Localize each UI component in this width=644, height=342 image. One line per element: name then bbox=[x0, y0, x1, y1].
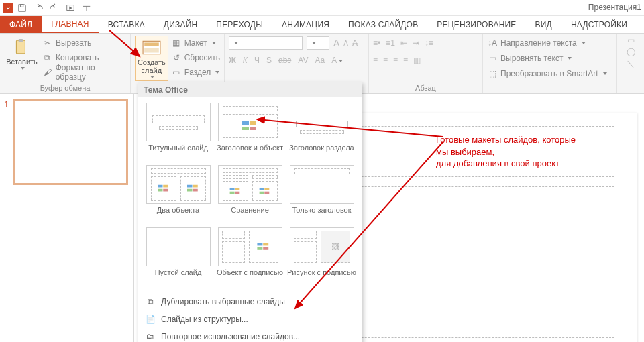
layout-picture-caption[interactable]: 🖼 Рисунок с подписью bbox=[287, 227, 356, 286]
app-icon: P bbox=[3, 3, 13, 13]
slide-thumbnail-1[interactable] bbox=[13, 99, 128, 185]
tab-view[interactable]: ВИД bbox=[526, 16, 561, 33]
smartart-icon: ⬚ bbox=[487, 68, 498, 79]
indent-dec-icon[interactable]: ⇤ bbox=[400, 38, 407, 48]
layout-blank[interactable]: Пустой слайд bbox=[144, 227, 213, 286]
new-slide-gallery: Тема Office Титульный слайд Заголовок и … bbox=[138, 82, 362, 342]
gallery-header: Тема Office bbox=[138, 82, 362, 97]
svg-rect-7 bbox=[144, 42, 159, 46]
outline-icon: 📄 bbox=[145, 314, 156, 325]
font-color-button[interactable]: A bbox=[331, 56, 343, 65]
shrink-font-icon[interactable]: A bbox=[343, 40, 348, 47]
slides-from-outline-cmd[interactable]: 📄Слайды из структуры... bbox=[138, 310, 362, 328]
section-button[interactable]: ▭Раздел bbox=[171, 65, 220, 80]
layout-two-content[interactable]: Два объекта bbox=[144, 165, 213, 223]
layout-content-caption[interactable]: Объект с подписью bbox=[215, 227, 284, 286]
new-slide-button[interactable]: Создать слайд bbox=[135, 36, 168, 81]
shape-line-icon[interactable]: ＼ bbox=[627, 58, 635, 70]
brush-icon: 🖌 bbox=[42, 67, 53, 78]
tab-file[interactable]: ФАЙЛ bbox=[0, 16, 42, 33]
save-icon[interactable] bbox=[16, 2, 28, 14]
group-paragraph: ≡• ≡1 ⇤ ⇥ ↕≡ ≡ ≡ ≡ ≡ ▥ Абзац bbox=[369, 34, 483, 93]
gallery-grid: Титульный слайд Заголовок и объект Загол… bbox=[138, 97, 362, 288]
layout-title-slide[interactable]: Титульный слайд bbox=[144, 103, 213, 161]
shape-oval-icon[interactable]: ◯ bbox=[627, 47, 635, 56]
document-title: Презентация1 bbox=[588, 3, 641, 12]
chevron-down-icon bbox=[603, 72, 607, 75]
align-justify-icon[interactable]: ≡ bbox=[403, 56, 408, 65]
grow-font-icon[interactable]: A bbox=[333, 38, 339, 48]
tab-review[interactable]: РЕЦЕНЗИРОВАНИЕ bbox=[427, 16, 525, 33]
layout-icon: ▦ bbox=[171, 38, 182, 48]
paste-button[interactable]: Вставить bbox=[4, 36, 40, 72]
chevron-down-icon bbox=[568, 57, 572, 60]
char-spacing-button[interactable]: AV bbox=[298, 56, 308, 65]
tab-animation[interactable]: АНИМАЦИЯ bbox=[272, 16, 339, 33]
underline-button[interactable]: Ч bbox=[254, 56, 260, 65]
tab-insert[interactable]: ВСТАВКА bbox=[99, 16, 154, 33]
font-size-dropdown[interactable] bbox=[307, 36, 329, 50]
reuse-slides-cmd[interactable]: 🗂Повторное использование слайдов... bbox=[138, 328, 362, 342]
svg-rect-2 bbox=[20, 4, 23, 7]
indent-inc-icon[interactable]: ⇥ bbox=[413, 38, 419, 48]
layout-title-content[interactable]: Заголовок и объект bbox=[215, 103, 284, 161]
align-center-icon[interactable]: ≡ bbox=[383, 56, 388, 65]
cut-button[interactable]: ✂Вырезать bbox=[42, 36, 126, 50]
slide-thumbnail-pane[interactable]: 1 bbox=[0, 94, 134, 342]
numbering-icon[interactable]: ≡1 bbox=[386, 38, 395, 48]
shadow-button[interactable]: S bbox=[266, 56, 272, 65]
reset-button[interactable]: ↺Сбросить bbox=[171, 50, 220, 65]
new-slide-icon bbox=[142, 38, 161, 57]
bold-button[interactable]: Ж bbox=[229, 56, 236, 65]
smartart-button[interactable]: ⬚Преобразовать в SmartArt bbox=[487, 66, 607, 81]
line-spacing-icon[interactable]: ↕≡ bbox=[425, 38, 433, 48]
font-family-dropdown[interactable] bbox=[229, 36, 303, 50]
tab-home[interactable]: ГЛАВНАЯ bbox=[42, 16, 98, 33]
copy-icon: ⧉ bbox=[42, 52, 53, 63]
scissors-icon: ✂ bbox=[42, 38, 53, 48]
svg-rect-8 bbox=[144, 48, 159, 53]
layout-section-header[interactable]: Заголовок раздела bbox=[287, 103, 356, 161]
quick-access-toolbar bbox=[16, 2, 93, 14]
align-right-icon[interactable]: ≡ bbox=[393, 56, 398, 65]
qat-customize-icon[interactable] bbox=[80, 2, 93, 14]
change-case-button[interactable]: Aa bbox=[315, 56, 325, 65]
tab-addins[interactable]: НАДСТРОЙКИ bbox=[561, 16, 637, 33]
tab-transitions[interactable]: ПЕРЕХОДЫ bbox=[207, 16, 272, 33]
layout-button[interactable]: ▦Макет bbox=[171, 36, 220, 50]
section-icon: ▭ bbox=[171, 67, 182, 78]
duplicate-slides-cmd[interactable]: ⧉Дублировать выбранные слайды bbox=[138, 293, 362, 310]
chevron-down-icon bbox=[215, 71, 219, 74]
new-slide-label: Создать слайд bbox=[137, 58, 166, 74]
group-clipboard: Вставить ✂Вырезать ⧉Копировать 🖌Формат п… bbox=[0, 34, 131, 93]
chevron-down-icon bbox=[150, 76, 154, 78]
svg-text:P: P bbox=[6, 5, 9, 11]
group-clipboard-label: Буфер обмена bbox=[4, 82, 126, 92]
tab-design[interactable]: ДИЗАЙН bbox=[154, 16, 207, 33]
strike-button[interactable]: abc bbox=[278, 56, 291, 65]
undo-icon[interactable] bbox=[32, 2, 44, 14]
duplicate-icon: ⧉ bbox=[145, 296, 156, 307]
svg-rect-4 bbox=[17, 40, 25, 54]
columns-icon[interactable]: ▥ bbox=[413, 56, 421, 65]
clear-format-icon[interactable]: A̶ bbox=[352, 38, 358, 48]
italic-button[interactable]: К bbox=[243, 56, 248, 65]
layout-title-only[interactable]: Только заголовок bbox=[287, 165, 356, 223]
bullets-icon[interactable]: ≡• bbox=[373, 38, 380, 48]
ribbon-tabs: ФАЙЛ ГЛАВНАЯ ВСТАВКА ДИЗАЙН ПЕРЕХОДЫ АНИ… bbox=[0, 16, 644, 34]
layout-comparison[interactable]: Сравнение bbox=[215, 165, 284, 223]
align-left-icon[interactable]: ≡ bbox=[373, 56, 378, 65]
group-paragraph-label: Абзац bbox=[373, 82, 478, 92]
start-slideshow-icon[interactable] bbox=[64, 2, 76, 14]
text-direction-button[interactable]: ↕AНаправление текста bbox=[487, 36, 586, 50]
redo-icon[interactable] bbox=[48, 2, 60, 14]
title-bar: P Презентация1 bbox=[0, 0, 644, 16]
group-drawing: ▭ ◯ ＼ bbox=[617, 34, 644, 93]
format-painter-button[interactable]: 🖌Формат по образцу bbox=[42, 65, 126, 80]
chevron-down-icon bbox=[21, 67, 25, 70]
shape-rect-icon[interactable]: ▭ bbox=[627, 36, 635, 45]
align-text-button[interactable]: ▭Выровнять текст bbox=[487, 51, 572, 66]
svg-rect-5 bbox=[19, 39, 23, 42]
tab-slideshow[interactable]: ПОКАЗ СЛАЙДОВ bbox=[339, 16, 427, 33]
reuse-icon: 🗂 bbox=[145, 331, 156, 342]
